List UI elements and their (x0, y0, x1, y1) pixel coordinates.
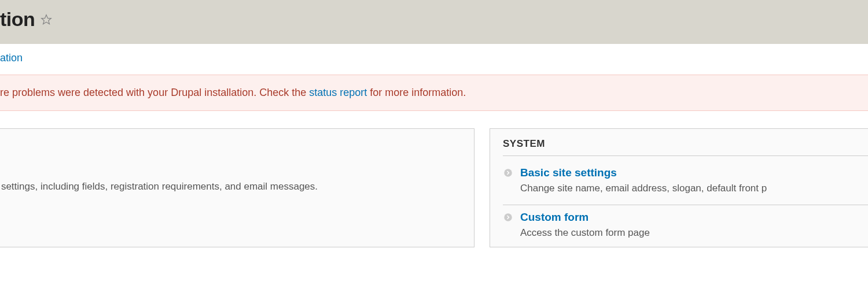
status-message: re problems were detected with your Drup… (0, 75, 868, 111)
basic-site-settings-title: Basic site settings (520, 166, 868, 179)
status-text: re problems were detected with your Drup… (0, 87, 466, 98)
account-settings-desc: fault user account settings, including f… (0, 181, 461, 192)
basic-site-settings-desc: Change site name, email address, slogan,… (520, 183, 868, 194)
custom-form-desc: Access the custom form page (520, 227, 868, 239)
svg-marker-0 (42, 14, 52, 24)
svg-point-2 (504, 213, 512, 221)
account-settings-title: ettings (0, 165, 461, 177)
breadcrumb-link[interactable]: ation (0, 52, 23, 64)
chevron-right-icon (503, 168, 513, 180)
status-report-link[interactable]: status report (309, 87, 367, 98)
star-icon[interactable] (41, 14, 52, 28)
custom-form-item[interactable]: Custom form Access the custom form page (490, 205, 868, 247)
account-settings-item[interactable]: ettings fault user account settings, inc… (0, 159, 474, 201)
page-title: tion (0, 8, 35, 31)
page-header: tion (0, 0, 868, 44)
svg-point-1 (504, 169, 512, 177)
status-text-before: re problems were detected with your Drup… (0, 87, 309, 98)
system-header: SYSTEM (490, 129, 868, 155)
system-panel: SYSTEM Basic site settings Change site n… (490, 128, 868, 247)
custom-form-title: Custom form (520, 211, 868, 224)
status-text-after: for more information. (367, 87, 466, 98)
breadcrumb: ation (0, 44, 868, 75)
basic-site-settings-item[interactable]: Basic site settings Change site name, em… (490, 161, 868, 202)
panels-row: ettings fault user account settings, inc… (0, 128, 868, 247)
content-authoring-header: HORING (0, 214, 474, 247)
people-panel: ettings fault user account settings, inc… (0, 128, 475, 247)
chevron-right-icon (503, 212, 513, 225)
